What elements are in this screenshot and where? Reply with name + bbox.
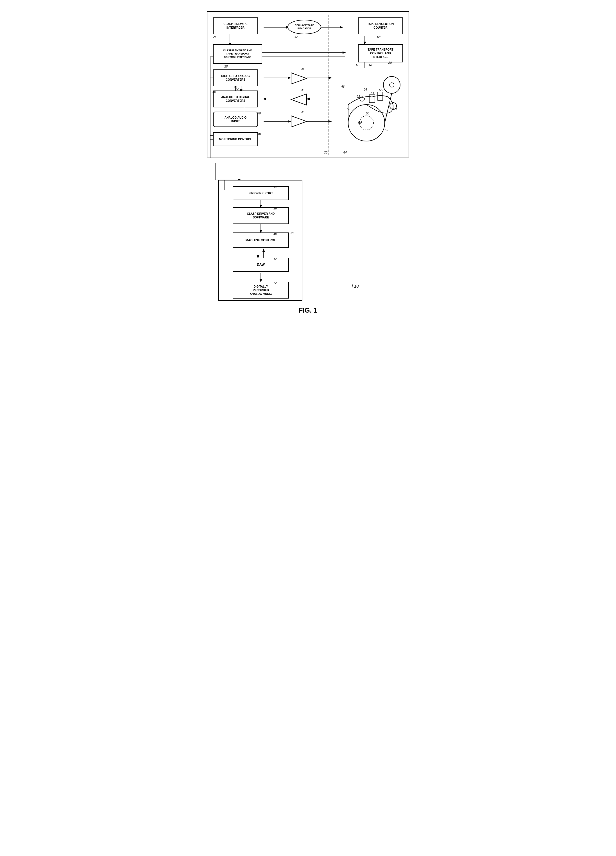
diagram-area: CLASP FIREWIREINTERFACER 24 REPLACE TAPE… — [201, 11, 415, 314]
svg-marker-31 — [291, 73, 307, 84]
analog-to-digital-block: ANALOG TO DIGITALCONVERTERS — [213, 91, 258, 108]
tape-transport-control: TAPE TRANSPORTCONTROL ANDINTERFACE — [358, 44, 403, 62]
ref-44: 44 — [343, 151, 347, 154]
svg-text:56: 56 — [358, 121, 363, 125]
ref-72: 72 — [273, 281, 277, 285]
ref-16: 16 — [273, 232, 277, 235]
ref-36: 36 — [301, 88, 304, 92]
replace-tape-indicator: REPLACE TAPEINDICATOR — [287, 20, 321, 34]
svg-rect-40 — [378, 92, 383, 100]
ref-14: 14 — [290, 231, 294, 234]
digitally-recorded-block: DIGITALLYRECORDEDANALOG MUSIC — [233, 282, 289, 299]
ref-22: 22 — [273, 186, 277, 189]
monitoring-control: MONITORING CONTROL — [213, 132, 258, 146]
svg-point-36 — [383, 77, 400, 93]
amp3-svg — [290, 114, 308, 128]
analog-audio-input: ANALOG AUDIOINPUT — [213, 112, 258, 127]
svg-text:46: 46 — [341, 85, 345, 88]
ref-32: 32 — [235, 87, 239, 91]
ref-38: 38 — [301, 110, 304, 114]
ref-12: 12 — [273, 257, 277, 260]
connector-svg — [207, 163, 409, 180]
amp2-svg — [290, 92, 308, 106]
amplifier-1: 34 — [290, 71, 308, 86]
ref-28: 28 — [224, 65, 227, 68]
digital-to-analog-block: DIGITAL TO ANALOGCONVERTERS — [213, 69, 258, 86]
ref-30: 30 — [212, 90, 216, 93]
svg-text:55: 55 — [379, 88, 383, 92]
ref-24: 24 — [213, 35, 217, 38]
tape-revolution-counter: TAPE REVOLUTIONCOUNTER — [358, 17, 403, 34]
ref-42: 42 — [295, 35, 298, 38]
svg-text:50: 50 — [366, 112, 370, 115]
ref-26: 26 — [324, 151, 327, 154]
clasp-driver-block: CLASP DRIVER ANDSOFTWARE — [233, 207, 289, 224]
page-container: CLASP FIREWIREINTERFACER 24 REPLACE TAPE… — [201, 6, 415, 320]
firewire-port-block: FIREWIRE PORT — [233, 186, 289, 200]
clasp-firmware-block: CLASP FIRMWARE ANDTAPE TRANSPORTCONTROL … — [213, 44, 262, 64]
amplifier-3: 38 — [290, 114, 308, 129]
ref-40: 40 — [257, 132, 261, 135]
ref-20: 20 — [389, 61, 392, 65]
svg-text:60: 60 — [347, 108, 350, 111]
svg-point-34 — [348, 105, 385, 141]
svg-text:58: 58 — [393, 108, 397, 111]
ref-34: 34 — [301, 67, 304, 71]
ref-18: 18 — [273, 206, 277, 210]
ref-68: 68 — [377, 35, 381, 38]
svg-text:64: 64 — [364, 88, 367, 91]
ref-70: 70 — [257, 112, 261, 115]
amp1-svg — [290, 71, 308, 85]
clasp-firewire-block: CLASP FIREWIREINTERFACER — [213, 17, 258, 34]
machine-control-block: MACHINE CONTROL — [233, 232, 289, 248]
ref-10: \ 10 — [352, 284, 359, 288]
computer-box: FIREWIRE PORT 22 14 CLASP DRIVER ANDSOFT… — [218, 180, 303, 301]
tape-mechanism-svg: 56 52 58 54 55 62 64 60 50 46 — [341, 64, 406, 151]
svg-text:52: 52 — [385, 128, 388, 132]
figure-label: FIG. 1 — [201, 306, 415, 314]
svg-marker-33 — [291, 116, 307, 127]
amplifier-2: 36 — [290, 92, 308, 108]
svg-point-37 — [390, 83, 394, 87]
svg-text:54: 54 — [371, 91, 374, 94]
svg-marker-32 — [291, 94, 307, 105]
daw-block: DAW — [233, 258, 289, 272]
svg-text:62: 62 — [356, 95, 360, 98]
svg-rect-39 — [369, 95, 375, 103]
